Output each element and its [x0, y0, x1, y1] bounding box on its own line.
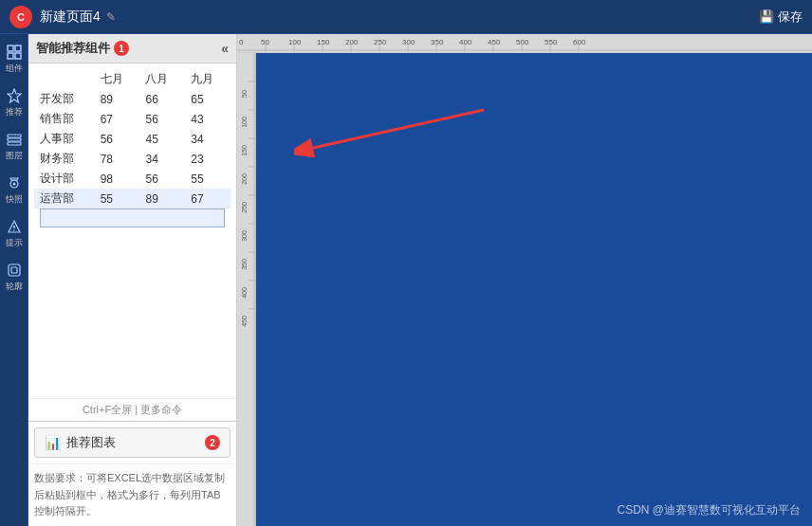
sep-cell: 23 — [185, 149, 231, 169]
sep-cell: 43 — [185, 109, 231, 129]
ruler-left-svg: 50 100 150 200 250 300 350 400 4 — [237, 53, 256, 526]
dept-cell: 销售部 — [34, 109, 95, 129]
recommend-icon — [6, 87, 23, 104]
page-title: 新建页面4 — [40, 9, 101, 26]
edit-title-icon[interactable]: ✎ — [106, 10, 116, 24]
data-table: 七月 八月 九月 开发部896665销售部675643人事部564534财务部7… — [34, 69, 231, 209]
svg-marker-4 — [8, 89, 21, 102]
jul-cell: 89 — [95, 89, 140, 109]
svg-text:450: 450 — [241, 316, 248, 327]
svg-text:500: 500 — [516, 38, 529, 46]
jul-cell: 67 — [95, 109, 140, 129]
aug-cell: 66 — [139, 89, 185, 109]
table-row: 运营部558967 — [34, 189, 231, 209]
aug-cell: 45 — [139, 129, 185, 149]
dept-cell: 运营部 — [34, 189, 95, 209]
svg-text:0: 0 — [239, 38, 244, 46]
sep-cell: 65 — [185, 89, 231, 109]
table-row: 开发部896665 — [34, 89, 231, 109]
sep-cell: 67 — [185, 189, 231, 209]
svg-text:600: 600 — [573, 38, 586, 46]
svg-text:350: 350 — [431, 38, 444, 46]
save-icon: 💾 — [759, 9, 774, 24]
chart-bar-icon: 📊 — [45, 435, 61, 450]
dept-cell: 设计部 — [34, 169, 95, 189]
sidebar-item-layers[interactable]: 图层 — [0, 125, 28, 167]
svg-rect-13 — [9, 264, 20, 276]
aug-cell: 56 — [139, 169, 185, 189]
col-dept — [34, 69, 95, 89]
svg-rect-2 — [8, 53, 13, 59]
svg-text:200: 200 — [345, 38, 359, 46]
svg-text:50: 50 — [241, 90, 248, 98]
svg-rect-7 — [8, 142, 21, 145]
dept-cell: 开发部 — [34, 89, 95, 109]
snapshot-icon — [6, 174, 23, 191]
col-sep: 九月 — [185, 69, 231, 89]
svg-rect-5 — [8, 135, 21, 137]
aug-cell: 56 — [139, 109, 185, 129]
table-row: 设计部985655 — [34, 169, 231, 189]
dept-cell: 人事部 — [34, 129, 95, 149]
svg-text:400: 400 — [459, 38, 472, 46]
ruler-top: 0 50 100 150 200 250 300 350 400 450 — [237, 34, 812, 53]
svg-text:100: 100 — [288, 38, 302, 46]
dept-cell: 财务部 — [34, 149, 95, 169]
drawing-canvas[interactable]: CSDN @迪赛智慧数可视化互动平台 — [256, 53, 812, 526]
svg-text:350: 350 — [241, 259, 248, 270]
titlebar: C 新建页面4 ✎ 💾 保存 — [0, 0, 812, 34]
sidebar-item-snapshot[interactable]: 快照 — [0, 169, 28, 210]
svg-text:300: 300 — [402, 38, 415, 46]
panel-header: 智能推荐组件 1 « — [28, 34, 236, 63]
ruler-top-svg: 0 50 100 150 200 250 300 350 400 450 — [237, 34, 812, 52]
svg-point-9 — [12, 182, 15, 185]
svg-rect-14 — [11, 267, 17, 273]
save-button[interactable]: 💾 保存 — [759, 9, 803, 26]
data-input-area[interactable]: 七月 八月 九月 开发部896665销售部675643人事部564534财务部7… — [28, 63, 236, 398]
sidebar-item-recommend[interactable]: 推荐 — [0, 82, 28, 123]
svg-line-63 — [313, 110, 484, 148]
arrow-annotation-svg — [294, 91, 503, 205]
panel-badge: 1 — [114, 41, 129, 56]
svg-text:150: 150 — [317, 38, 330, 46]
collapse-button[interactable]: « — [221, 41, 229, 56]
jul-cell: 98 — [95, 169, 140, 189]
sep-cell: 55 — [185, 169, 231, 189]
sidebar-item-tips[interactable]: 提示 — [0, 212, 28, 254]
sep-cell: 34 — [185, 129, 231, 149]
col-jul: 七月 — [95, 69, 140, 89]
svg-rect-1 — [15, 45, 21, 51]
sidebar: 组件 推荐 图层 — [0, 34, 28, 526]
svg-point-12 — [13, 229, 15, 231]
smart-panel: 智能推荐组件 1 « 七月 八月 九月 开发部896665销售部675643人事… — [28, 34, 237, 526]
recommend-chart-button[interactable]: 📊 推荐图表 2 — [34, 427, 231, 458]
sidebar-item-wheel[interactable]: 轮廓 — [0, 256, 28, 298]
svg-text:150: 150 — [241, 145, 248, 156]
svg-text:300: 300 — [241, 230, 248, 242]
svg-rect-3 — [15, 53, 21, 59]
svg-text:200: 200 — [241, 173, 248, 185]
table-row: 财务部783423 — [34, 149, 231, 169]
layers-icon — [6, 131, 23, 148]
svg-rect-6 — [8, 138, 21, 141]
svg-text:100: 100 — [241, 117, 248, 128]
wheel-icon — [6, 262, 23, 279]
svg-text:250: 250 — [241, 202, 248, 213]
canvas-body: 50 100 150 200 250 300 350 400 4 — [237, 53, 812, 526]
jul-cell: 78 — [95, 149, 140, 169]
svg-rect-0 — [8, 45, 13, 51]
ruler-left: 50 100 150 200 250 300 350 400 4 — [237, 53, 256, 526]
table-row: 销售部675643 — [34, 109, 231, 129]
components-icon — [6, 44, 23, 61]
jul-cell: 56 — [95, 129, 140, 149]
tips-icon — [6, 218, 23, 235]
watermark: CSDN @迪赛智慧数可视化互动平台 — [617, 502, 801, 518]
svg-text:50: 50 — [261, 38, 269, 46]
sidebar-item-components[interactable]: 组件 — [0, 38, 28, 80]
col-aug: 八月 — [139, 69, 185, 89]
main-layout: 组件 推荐 图层 — [0, 34, 812, 526]
recommend-badge: 2 — [205, 435, 220, 450]
cursor-input-line[interactable] — [40, 209, 225, 227]
svg-text:250: 250 — [374, 38, 387, 46]
table-row: 人事部564534 — [34, 129, 231, 149]
